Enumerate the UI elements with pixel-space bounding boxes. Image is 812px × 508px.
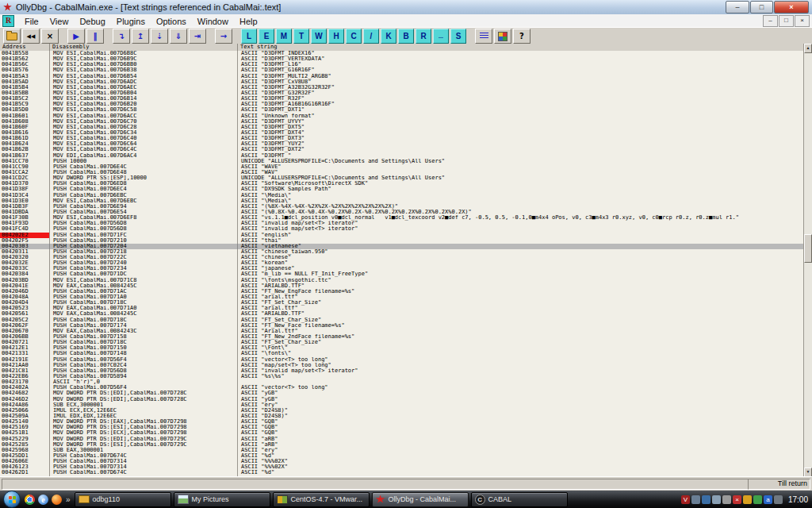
animate-over-button[interactable]: ⇓ xyxy=(170,29,187,44)
animate-into-button[interactable]: ⇣ xyxy=(151,29,168,44)
tray-colors-icon[interactable] xyxy=(753,495,762,504)
table-row[interactable]: 00425285MOV DWORD PTR DS:[ESI],CabalMai.… xyxy=(0,442,804,448)
table-row[interactable]: 0041B601MOV ESI,CabalMai.007D6ACCASCII "… xyxy=(0,114,804,119)
table-row[interactable]: 004202E2PUSH CabalMai.007D71FCASCII "eng… xyxy=(0,233,804,238)
table-row[interactable]: 0042033CPUSH CabalMai.007D7234ASCII "jap… xyxy=(0,266,804,271)
table-row[interactable]: 00421AA0PUSH CabalMai.007C02C4ASCII "map… xyxy=(0,363,804,368)
table-row[interactable]: 0041DB3FPUSH CabalMai.007D6E94ASCII "(%8… xyxy=(0,204,804,210)
panel-log-button[interactable]: L xyxy=(241,29,257,44)
taskbar-button-cabal[interactable]: CCABAL xyxy=(471,492,568,507)
tray-display-icon[interactable] xyxy=(691,495,700,504)
table-row[interactable]: 00423170ASCII "h'r)",0 xyxy=(0,379,804,385)
menu-view[interactable]: View xyxy=(44,16,75,27)
taskbar-clock[interactable]: 17:00 xyxy=(788,495,808,504)
table-row[interactable]: 0041D3C4PUSH CabalMai.007D6EBCASCII "\Me… xyxy=(0,193,804,198)
taskbar-button-vmware[interactable]: CentOS-4.7 - VMwar... xyxy=(273,492,370,507)
help-button[interactable]: ? xyxy=(513,29,530,44)
table-row[interactable]: 0041B5C9MOV ESI,CabalMai.007D6B20ASCII "… xyxy=(0,102,804,107)
restart-button[interactable]: ◀◀ xyxy=(22,29,40,44)
table-row[interactable]: 00420721PUSH CabalMai.007D718CASCII "FT_… xyxy=(0,340,804,345)
table-row[interactable]: 004212E1PUSH CabalMai.007D7150ASCII "\Fo… xyxy=(0,345,804,351)
table-row[interactable]: 004251B1MOV DWORD PTR DS:[ECX],CabalMai.… xyxy=(0,430,804,436)
execute-till-return-button[interactable]: ⇥ xyxy=(189,29,206,44)
menu-debug[interactable]: Debug xyxy=(74,16,110,27)
table-row[interactable]: 0041B62BMOV ESI,CabalMai.007D6C4CASCII "… xyxy=(0,147,804,152)
menu-plugins[interactable]: Plugins xyxy=(111,16,151,27)
panel-references-button[interactable]: R xyxy=(416,29,431,44)
menu-help[interactable]: Help xyxy=(234,16,263,27)
table-row[interactable]: 0041B616MOV ESI,CabalMai.007D6C34ASCII "… xyxy=(0,130,804,136)
table-row[interactable]: 0041B5D0MOV ESI,CabalMai.007D6C58ASCII "… xyxy=(0,107,804,113)
table-row[interactable]: 00425066IMUL ECX,ECX,12E6ECASCII "D24S8)… xyxy=(0,408,804,414)
tray-volume-icon[interactable] xyxy=(712,495,721,504)
table-row[interactable]: 0041CCA2PUSH CabalMai.007D6E48ASCII "WAV… xyxy=(0,170,804,175)
chrome-quicklaunch-icon[interactable] xyxy=(25,495,35,505)
table-row[interactable]: 004204D4PUSH CabalMai.007D718CASCII "FT_… xyxy=(0,300,804,306)
tray-error-icon[interactable]: × xyxy=(733,495,741,504)
table-row[interactable]: 0041B5BBMOV ESI,CabalMai.007D6B04ASCII "… xyxy=(0,90,804,96)
appearance-button[interactable] xyxy=(494,29,511,44)
firefox-quicklaunch-icon[interactable] xyxy=(52,495,62,505)
table-row[interactable]: 00420384PUSH CabalMai.007D71DCASCII "m_l… xyxy=(0,271,804,277)
table-row[interactable]: 004262D1PUSH CabalMai.007D674CASCII "%d" xyxy=(0,470,804,475)
tray-language-icon[interactable]: a xyxy=(764,495,772,504)
table-row[interactable]: 004246D2MOV DWORD PTR DS:[EDI],CabalMai.… xyxy=(0,397,804,402)
table-row[interactable]: 0041B5C2MOV ESI,CabalMai.007D6B14ASCII "… xyxy=(0,96,804,102)
menu-options[interactable]: Options xyxy=(151,16,192,27)
scroll-up-arrow-icon[interactable]: ▲ xyxy=(804,44,812,53)
table-row[interactable]: 0042032EPUSH CabalMai.007D7240ASCII "kor… xyxy=(0,260,804,266)
table-row[interactable]: 0041D38FPUSH CabalMai.007D6EC4ASCII "DX9… xyxy=(0,187,804,192)
table-row[interactable]: 0042062FPUSH CabalMai.007D7174ASCII "FT_… xyxy=(0,323,804,329)
child-window-system-icon[interactable]: R xyxy=(2,15,14,27)
table-row[interactable]: 0041B56CMOV ESI,CabalMai.007D6BB0ASCII "… xyxy=(0,62,804,67)
table-row[interactable]: 0041B61DMOV ESI,CabalMai.007D6C40ASCII "… xyxy=(0,136,804,141)
tray-update-icon[interactable] xyxy=(743,495,752,504)
table-row[interactable]: 0041B608MOV ESI,CabalMai.007D6C70ASCII "… xyxy=(0,119,804,125)
vertical-scrollbar[interactable]: ▲ ▼ xyxy=(803,44,812,477)
table-row[interactable]: 0041D370PUSH CabalMai.007D6ED8ASCII "Sof… xyxy=(0,181,804,187)
panel-threads-button[interactable]: T xyxy=(293,29,309,44)
table-row[interactable]: 00425968SUB EAX,3000001ASCII "ery" xyxy=(0,448,804,453)
table-row[interactable]: 0041B624MOV ESI,CabalMai.007D6C64ASCII "… xyxy=(0,141,804,147)
tray-mouse-icon[interactable] xyxy=(722,495,731,504)
table-row[interactable]: 00425140MOV DWORD PTR DS:[EAX],CabalMai.… xyxy=(0,419,804,425)
table-row[interactable]: 0041B562MOV ESI,CabalMai.007D6B9CASCII "… xyxy=(0,56,804,62)
table-row[interactable]: 00420670MOV EAX,CabalMai.0084243CASCII "… xyxy=(0,329,804,334)
open-file-button[interactable] xyxy=(3,29,21,44)
table-row[interactable]: 0041CD2CMOV DWORD PTR SS:[ESP],10000UNIC… xyxy=(0,175,804,181)
tray-monitor-icon[interactable] xyxy=(774,495,783,504)
table-row[interactable]: 00421331PUSH CabalMai.007D7148ASCII "\fo… xyxy=(0,351,804,356)
table-row[interactable]: 00426123PUSH CabalMai.007D7314ASCII "%%%… xyxy=(0,464,804,470)
table-row[interactable]: 004203BDMOV ESI,CabalMai.007D71C8ASCII "… xyxy=(0,278,804,283)
table-row[interactable]: 0042046DPUSH CabalMai.007D71ACASCII "FT_… xyxy=(0,289,804,294)
panel-cpu-button[interactable]: C xyxy=(346,29,362,44)
menu-file[interactable]: File xyxy=(19,16,44,27)
pause-button[interactable]: ‖ xyxy=(86,29,104,44)
table-row[interactable]: 00420311PUSH CabalMai.007D7218ASCII "chi… xyxy=(0,249,804,255)
panel-breakpoints-button[interactable]: B xyxy=(398,29,414,44)
taskbar-button-pictures[interactable]: My Pictures xyxy=(174,492,270,507)
table-row[interactable]: 00422EB6PUSH CabalMai.007D5894ASCII "%s\… xyxy=(0,374,804,379)
table-row[interactable]: 0041F93DPUSH CabalMai.007D56D8ASCII "inv… xyxy=(0,221,804,226)
table-row[interactable]: 0041F30BMOV ESI,CabalMai.007D6EF8ASCII "… xyxy=(0,215,804,221)
step-over-button[interactable]: ↥ xyxy=(132,29,149,44)
table-row[interactable]: 0041B60FMOV ESI,CabalMai.007D6C28ASCII "… xyxy=(0,125,804,130)
scrollbar-thumb[interactable] xyxy=(804,234,812,263)
go-to-address-button[interactable]: → xyxy=(215,29,232,44)
panel-executables-button[interactable]: E xyxy=(259,29,274,44)
table-row[interactable]: 0041FC4DPUSH CabalMai.007D56D8ASCII "inv… xyxy=(0,226,804,232)
tray-messenger-icon[interactable] xyxy=(702,495,710,504)
table-row[interactable]: 0042509AIMUL EDX,EDX,12E6ECASCII "D24S8)… xyxy=(0,414,804,419)
table-row[interactable]: 00424A86SUB ECX,3000001ASCII "ery" xyxy=(0,402,804,408)
table-row[interactable]: 0041B558MOV ESI,CabalMai.007D6B8CASCII "… xyxy=(0,51,804,56)
panel-source-button[interactable]: S xyxy=(450,29,466,44)
table-row[interactable]: 0041B5A3MOV ESI,CabalMai.007D6B54ASCII "… xyxy=(0,74,804,79)
table-row[interactable]: 00424682MOV DWORD PTR DS:[EDI],CabalMai.… xyxy=(0,391,804,396)
options-list-button[interactable] xyxy=(475,29,492,44)
table-row[interactable]: 0041DBDAPUSH CabalMai.007D6E54ASCII "(%0… xyxy=(0,210,804,215)
table-row[interactable]: 0041CC90PUSH CabalMai.007D6E4CASCII "WAV… xyxy=(0,164,804,170)
panel-handles-button[interactable]: H xyxy=(328,29,344,44)
table-row[interactable]: 0042041EMOV EAX,CabalMai.0084245CASCII "… xyxy=(0,283,804,289)
table-row[interactable]: 0042606EPUSH CabalMai.007D7314ASCII "%%%… xyxy=(0,459,804,464)
table-row[interactable]: 004206BBPUSH CabalMai.007D7158ASCII "FT_… xyxy=(0,334,804,340)
